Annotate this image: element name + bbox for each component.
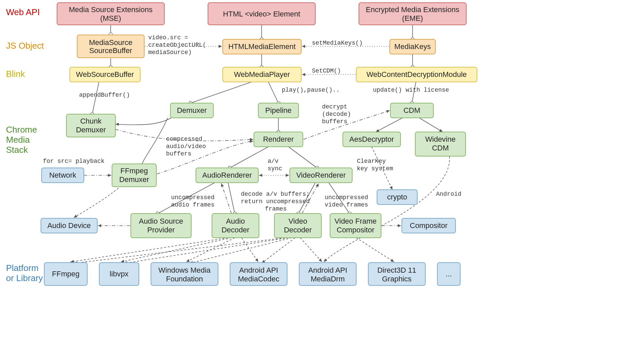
node-windows-media-foundation: Windows Media Foundation (151, 263, 218, 285)
svg-text:libvpx: libvpx (110, 270, 128, 278)
edge-label-playpause: play(),pause().. (282, 87, 340, 93)
node-video-decoder: Video Decoder (274, 214, 321, 238)
node-direct3d: Direct3D 11 Graphics (368, 263, 425, 285)
svg-text:Graphics: Graphics (382, 275, 412, 283)
node-demuxer: Demuxer (170, 103, 213, 118)
svg-text:Direct3D 11: Direct3D 11 (377, 266, 416, 274)
svg-text:Widevine: Widevine (425, 135, 455, 143)
svg-text:WebContentDecryptionModule: WebContentDecryptionModule (366, 70, 467, 79)
svg-text:Compositor: Compositor (337, 226, 374, 234)
node-network: Network (42, 168, 84, 183)
svg-text:Pipeline: Pipeline (265, 106, 291, 115)
edge-label-videosrc-1: video.src = (148, 34, 188, 41)
node-crypto: crypto (377, 190, 417, 205)
svg-text:Android API: Android API (239, 266, 278, 274)
svg-text:Encrypted Media Extensions: Encrypted Media Extensions (366, 5, 460, 14)
node-mse: Media Source Extensions (MSE) (57, 3, 164, 25)
svg-text:Chunk: Chunk (80, 117, 102, 125)
svg-text:WebMediaPlayer: WebMediaPlayer (234, 70, 290, 79)
node-widevine-cdm: Widevine CDM (415, 132, 466, 156)
svg-text:FFmpeg: FFmpeg (52, 270, 79, 278)
edge-label-avsync-2: sync (268, 165, 282, 172)
svg-text:HTMLMediaElement: HTMLMediaElement (228, 42, 296, 51)
node-cdm: CDM (390, 103, 433, 118)
edge-label-decodeav-3: frames (265, 206, 287, 212)
svg-text:Demuxer: Demuxer (177, 106, 207, 115)
edge-label-uncompaudio-1: uncompressed (171, 194, 215, 201)
svg-text:Renderer: Renderer (263, 135, 294, 143)
node-renderer: Renderer (254, 132, 303, 147)
row-label-blink: Blink (6, 69, 25, 79)
edge-label-decodeav-2: return uncompressed (241, 198, 310, 205)
node-android-mediadrm: Android API MediaDrm (299, 263, 356, 285)
svg-text:MediaKeys: MediaKeys (394, 42, 431, 51)
edge-label-setmediakeys: setMediaKeys() (312, 40, 363, 46)
node-pipeline: Pipeline (258, 103, 299, 118)
node-android-mediacodec: Android API MediaCodec (230, 263, 287, 285)
svg-text:Video: Video (288, 217, 307, 225)
node-webmediaplayer: WebMediaPlayer (223, 67, 301, 82)
edge-label-appendbuffer: appendBuffer() (79, 92, 130, 98)
svg-text:CDM: CDM (404, 106, 420, 115)
svg-text:Demuxer: Demuxer (119, 175, 149, 184)
svg-text:Decoder: Decoder (221, 226, 249, 234)
svg-text:AudioRenderer: AudioRenderer (202, 171, 252, 179)
svg-text:Windows Media: Windows Media (158, 266, 211, 274)
row-label-chrome-3: Stack (6, 145, 28, 155)
node-eme: Encrypted Media Extensions (EME) (359, 3, 466, 25)
edge-label-uncompaudio-2: audio frames (171, 201, 215, 208)
row-label-jsobject: JS Object (6, 41, 44, 51)
edge-label-android: Android (436, 191, 462, 197)
svg-text:crypto: crypto (387, 193, 407, 201)
node-audio-decoder: Audio Decoder (212, 214, 259, 238)
svg-text:FFmpeg: FFmpeg (120, 167, 148, 175)
svg-text:Compositor: Compositor (410, 221, 447, 230)
svg-text:Demuxer: Demuxer (76, 126, 106, 134)
node-htmlmediaelement: HTMLMediaElement (223, 39, 301, 54)
node-audio-device: Audio Device (41, 218, 97, 233)
edge-label-avsync-1: a/v (268, 158, 279, 165)
svg-text:Media Source Extensions: Media Source Extensions (69, 5, 152, 14)
node-video-renderer: VideoRenderer (290, 168, 352, 183)
svg-text:MediaSource: MediaSource (89, 38, 132, 47)
node-compositor: Compositor (402, 218, 455, 233)
row-label-platform-2: or Library (6, 273, 43, 283)
node-webcontentdecryptionmodule: WebContentDecryptionModule (356, 67, 477, 82)
svg-text:MediaDrm: MediaDrm (311, 275, 344, 283)
edge-label-videosrc-3: mediaSource) (148, 49, 192, 56)
row-label-chrome-1: Chrome (6, 125, 37, 135)
node-mediasource: MediaSource SourceBuffer (77, 35, 144, 58)
edge-label-decrypt-2: (decode) (322, 111, 351, 118)
edge-label-compressed-3: buffers (166, 150, 192, 157)
node-ffmpeg-demuxer: FFmpeg Demuxer (112, 164, 156, 187)
edge-label-setcdm: SetCDM() (312, 67, 341, 74)
architecture-diagram: Web API JS Object Blink Chrome Media Sta… (0, 0, 517, 297)
node-ellipsis: ... (437, 263, 460, 285)
edge-label-videosrc-2: createObjectURL( (148, 42, 206, 48)
edge-label-decrypt-3: buffers (322, 118, 347, 125)
svg-text:Provider: Provider (147, 226, 175, 234)
edge-label-clearkey-2: key system (357, 165, 393, 172)
svg-text:MediaCodec: MediaCodec (238, 275, 279, 283)
svg-text:...: ... (446, 270, 452, 278)
edge-label-uncompvideo-1: uncompressed (325, 194, 368, 201)
svg-text:CDM: CDM (432, 144, 449, 152)
node-audio-source-provider: Audio Source Provider (131, 214, 191, 238)
svg-text:Decoder: Decoder (284, 226, 312, 234)
edge-label-decodeav-1: decode a/v buffers; (241, 191, 310, 197)
edge-label-uncompvideo-2: video frames (325, 201, 368, 208)
svg-text:WebSourceBuffer: WebSourceBuffer (76, 70, 134, 79)
svg-text:(MSE): (MSE) (100, 14, 121, 22)
node-mediakeys: MediaKeys (390, 39, 435, 54)
svg-text:Video Frame: Video Frame (334, 217, 377, 225)
node-websourcebuffer: WebSourceBuffer (70, 67, 140, 82)
svg-text:(EME): (EME) (402, 14, 423, 22)
edge-label-updatelicense: update() with license (373, 87, 449, 93)
svg-text:Audio Source: Audio Source (139, 217, 183, 225)
node-audio-renderer: AudioRenderer (196, 168, 258, 183)
edge-label-compressed-2: audio/video (166, 143, 206, 150)
edge-label-srcplayback: for src= playback (43, 158, 105, 165)
edge-label-decrypt-1: decrypt (322, 103, 347, 110)
row-label-webapi: Web API (6, 7, 40, 17)
svg-text:VideoRenderer: VideoRenderer (296, 171, 346, 179)
